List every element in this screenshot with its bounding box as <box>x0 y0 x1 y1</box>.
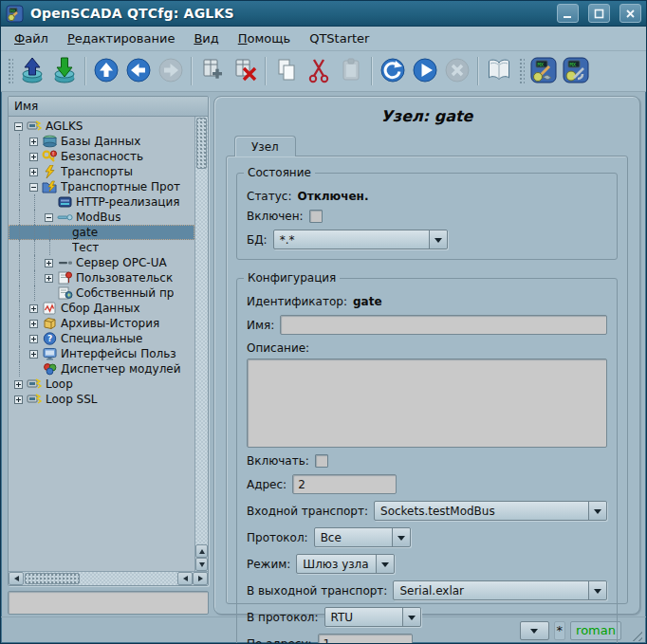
tab-node[interactable]: Узел <box>234 136 296 156</box>
scroll-down-button[interactable] <box>195 558 208 571</box>
name-label: Имя: <box>247 319 274 332</box>
enabled-checkbox[interactable] <box>309 210 323 223</box>
tree-item-архивы-история[interactable]: Архивы-История <box>9 316 194 331</box>
tree-item-gate[interactable]: gate <box>9 225 194 240</box>
tree-expander-plus[interactable] <box>14 396 23 404</box>
tree-item-тест[interactable]: Тест <box>9 240 194 255</box>
tree-item-пользовательск[interactable]: Пользовательск <box>9 270 194 285</box>
tree-item-базы-данных[interactable]: Базы Данных <box>9 134 194 149</box>
description-textarea[interactable] <box>247 359 607 448</box>
tree-expander-plus[interactable] <box>29 320 38 328</box>
minimize-button[interactable] <box>557 4 579 23</box>
chevron-down-icon <box>402 608 420 626</box>
tree-filter-input[interactable] <box>8 591 209 615</box>
scroll-right-button[interactable] <box>193 572 208 585</box>
tree-item-собственный-пр[interactable]: Собственный пр <box>9 285 194 301</box>
to-enable-checkbox[interactable] <box>315 454 328 468</box>
to-protocol-combo[interactable]: RTU <box>324 607 421 627</box>
tree-item-loop[interactable]: Loop <box>9 377 194 392</box>
scroll-left-button[interactable] <box>9 572 24 585</box>
back-button[interactable] <box>123 56 154 86</box>
name-input[interactable] <box>280 315 607 335</box>
tree-expander-plus[interactable] <box>29 168 38 176</box>
add-item-button[interactable] <box>197 56 228 86</box>
close-button[interactable] <box>619 4 641 23</box>
triangle-left-icon <box>180 576 188 581</box>
forward-button <box>156 56 186 86</box>
manual-button[interactable] <box>484 56 514 86</box>
tree-expander-minus[interactable] <box>14 122 23 131</box>
in-transport-combo[interactable]: Sockets.testModBus <box>374 501 607 521</box>
mode-combo[interactable]: Шлюз узла <box>296 554 395 574</box>
up-button[interactable] <box>91 56 121 86</box>
ui-monitor-icon <box>42 347 58 360</box>
menu-item-1[interactable]: Редактирование <box>60 28 182 48</box>
tree-item-label: Сервер OPC-UA <box>76 256 167 269</box>
tree-expander-plus[interactable] <box>29 335 38 343</box>
main-area: Имя AGLKSБазы Данных!БезопасностьТранспо… <box>1 92 646 616</box>
toolbar-handle[interactable] <box>7 57 13 85</box>
menu-item-4[interactable]: QTStarter <box>302 28 377 48</box>
tree-viewport: AGLKSБазы Данных!БезопасностьТранспортыТ… <box>9 117 208 571</box>
tree-item-сбор-данных[interactable]: Сбор Данных <box>9 301 194 316</box>
cut-button[interactable] <box>304 56 334 86</box>
tree-horizontal-scrollbar[interactable] <box>9 571 208 585</box>
menu-item-0[interactable]: Файл <box>7 28 56 48</box>
tree-expander-plus[interactable] <box>29 304 38 313</box>
toolbar-handle[interactable] <box>518 57 525 85</box>
scroll-up-button[interactable] <box>195 544 208 558</box>
tree-item-label: AGLKS <box>46 120 83 133</box>
tree-expander-minus[interactable] <box>45 213 53 222</box>
save-to-db-button[interactable] <box>49 56 80 86</box>
out-transport-combo[interactable]: Serial.exlar <box>393 580 607 600</box>
db-combo[interactable]: *.* <box>273 230 448 249</box>
triangle-right-icon <box>198 576 206 581</box>
tree-item-специальные[interactable]: ?Специальные <box>9 331 194 346</box>
address-input[interactable] <box>292 474 397 494</box>
delete-item-button[interactable] <box>230 56 260 86</box>
tree-expander-minus[interactable] <box>29 183 38 192</box>
copy-button[interactable] <box>271 56 302 86</box>
tree-item-сервер-opc-ua[interactable]: Сервер OPC-UA <box>9 255 194 270</box>
tree-item-интерфейсы-польз[interactable]: Интерфейсы Польз <box>9 346 194 361</box>
start-button[interactable] <box>410 56 440 86</box>
in-transport-label: Входной транспорт: <box>247 505 368 518</box>
tree-item-транспорты[interactable]: Транспорты <box>9 164 194 179</box>
tree-expander-plus[interactable] <box>29 153 38 161</box>
resize-grip-icon[interactable] <box>628 627 642 641</box>
modules-icon <box>42 362 58 376</box>
chevron-down-icon <box>588 581 606 599</box>
qtvision-module-button[interactable]: MX <box>561 56 591 86</box>
out-transport-label: В выходной транспорт: <box>247 584 387 598</box>
tree-item-транспортные-прот[interactable]: Транспортные Прот <box>9 179 194 194</box>
tree-header: Имя <box>9 97 208 117</box>
tree-item-http-реализация[interactable]: HTTP-реализация <box>9 194 194 210</box>
qtcfg-module-button[interactable]: MX <box>528 56 559 86</box>
scrollbar-thumb[interactable] <box>25 573 80 584</box>
node-panel: Узел: gate Узел Состояние Статус: Отключ… <box>213 96 640 615</box>
to-address-input[interactable] <box>318 634 413 644</box>
tree-vertical-scrollbar[interactable] <box>194 117 208 571</box>
reload-button[interactable] <box>378 56 408 86</box>
tree-expander-plus[interactable] <box>14 380 23 389</box>
protocol-combo[interactable]: Все <box>314 527 411 547</box>
tree-item-label: Диспетчер модулей <box>61 362 181 376</box>
scrollbar-thumb[interactable] <box>196 118 207 169</box>
tree-expander-plus[interactable] <box>45 259 53 267</box>
tree-item-modbus[interactable]: ModBus <box>9 210 194 225</box>
tree-expander-plus[interactable] <box>29 138 38 146</box>
tab-frame: Состояние Статус: Отключен. Включен: БД:… <box>226 156 628 604</box>
maximize-button[interactable] <box>588 4 610 23</box>
load-from-db-button[interactable] <box>17 56 47 86</box>
tree-expander-plus[interactable] <box>45 274 53 283</box>
address-label: Адрес: <box>247 478 287 491</box>
tree-item-loop-ssl[interactable]: Loop SSL <box>9 392 194 407</box>
scroll-left-button-2[interactable] <box>177 572 193 585</box>
tree-item-безопасность[interactable]: !Безопасность <box>9 149 194 164</box>
tree-item-aglks[interactable]: AGLKS <box>9 119 194 134</box>
own-protocol-icon <box>57 286 73 300</box>
menu-item-2[interactable]: Вид <box>186 28 226 48</box>
menu-item-3[interactable]: Помощь <box>231 28 298 48</box>
tree-item-диспетчер-модулей[interactable]: Диспетчер модулей <box>9 361 194 377</box>
tree-expander-plus[interactable] <box>29 350 38 359</box>
